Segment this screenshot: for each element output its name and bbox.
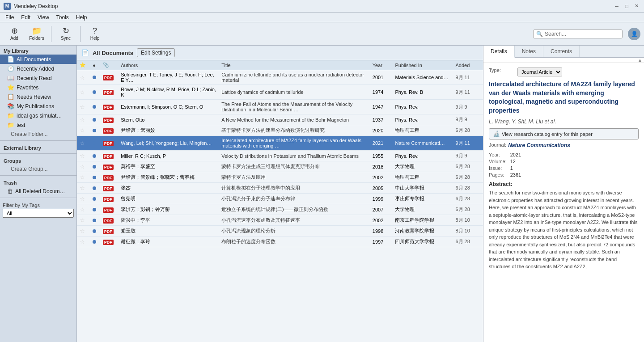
trash-header: Trash xyxy=(0,177,76,186)
cell-star[interactable]: ☆ xyxy=(77,114,90,125)
star-icon[interactable]: ☆ xyxy=(80,116,85,123)
cell-star[interactable]: ☆ xyxy=(77,236,90,247)
type-dropdown[interactable]: Journal Article xyxy=(517,68,562,76)
col-header-year[interactable]: Year xyxy=(370,60,393,70)
menu-tools[interactable]: Tools xyxy=(53,13,72,21)
maximize-button[interactable]: □ xyxy=(623,2,631,10)
sidebar-item-my-publications[interactable]: 📚 My Publications xyxy=(0,101,76,111)
cell-star[interactable]: ☆ xyxy=(77,204,90,215)
cell-star[interactable]: ☆ xyxy=(77,136,90,151)
col-header-star[interactable]: ⭐ xyxy=(77,60,90,70)
table-row[interactable]: ☆ PDF Schlesinger, T E; Toney, J E; Yoon… xyxy=(77,70,483,85)
table-row[interactable]: ☆ PDF Miller, R C; Kusch, P Velocity Dis… xyxy=(77,151,483,161)
folders-button[interactable]: 📁 Folders xyxy=(26,25,47,42)
menu-edit[interactable]: Edit xyxy=(17,13,34,21)
all-docs-icon-header: 📄 xyxy=(81,49,89,56)
cell-star[interactable]: ☆ xyxy=(77,226,90,236)
col-header-added[interactable]: Added xyxy=(453,60,483,70)
sync-button[interactable]: ↻ Sync xyxy=(55,25,76,42)
add-button[interactable]: ⊕ Add xyxy=(4,25,25,42)
cell-authors: Rowe, J M; Nicklow, R M; Price, D L; Zan… xyxy=(118,85,219,100)
cell-star[interactable]: ☆ xyxy=(77,161,90,172)
star-icon[interactable]: ☆ xyxy=(80,238,85,245)
cell-star[interactable]: ☆ xyxy=(77,125,90,136)
star-icon[interactable]: ☆ xyxy=(80,195,85,202)
cell-star[interactable]: ☆ xyxy=(77,151,90,161)
filter-label: Filter by My Tags xyxy=(3,202,74,209)
table-row[interactable]: ☆ PDF 李洪芳；彭钢；钟万蘅 近独立子系统的统计规律(二)——微正则分布函数… xyxy=(77,204,483,215)
help-button[interactable]: ? Help xyxy=(84,25,106,42)
search-input[interactable] xyxy=(545,31,616,37)
needs-review-icon: 📋 xyxy=(7,93,14,100)
cell-star[interactable]: ☆ xyxy=(77,183,90,194)
cell-read xyxy=(90,236,100,247)
sidebar-item-trash[interactable]: 🗑 All Deleted Docum… xyxy=(0,186,76,196)
tab-details[interactable]: Details xyxy=(483,46,515,58)
star-icon[interactable]: ☆ xyxy=(80,127,85,134)
toolbar: ⊕ Add 📁 Folders ↻ Sync ? Help 🔍 👤 xyxy=(0,22,644,46)
cell-year: 2018 xyxy=(370,161,393,172)
star-icon[interactable]: ☆ xyxy=(80,104,85,110)
star-icon[interactable]: ☆ xyxy=(80,89,85,96)
right-panel: Details Notes Contents ▲ Type: Journal A… xyxy=(483,46,644,342)
table-row[interactable]: ☆ PDF Rowe, J M; Nicklow, R M; Price, D … xyxy=(77,85,483,100)
cell-star[interactable]: ☆ xyxy=(77,85,90,100)
cell-star[interactable]: ☆ xyxy=(77,100,90,114)
star-icon[interactable]: ☆ xyxy=(80,217,85,224)
minimize-button[interactable]: ─ xyxy=(613,2,621,10)
cell-star[interactable]: ☆ xyxy=(77,70,90,85)
help-label: Help xyxy=(90,36,100,41)
table-row[interactable]: ☆ PDF 莫裕宇；李盛至 蒙特卡罗方法生成三维理想气体麦克斯韦分布 2018 … xyxy=(77,161,483,172)
star-icon[interactable]: ☆ xyxy=(80,174,85,181)
cell-star[interactable]: ☆ xyxy=(77,172,90,183)
catalog-button[interactable]: 🔬 View research catalog entry for this p… xyxy=(489,128,639,139)
star-icon[interactable]: ☆ xyxy=(80,74,85,81)
sidebar-item-ideal-gas[interactable]: 📁 ideal gas simulat… xyxy=(0,111,76,120)
sidebar-item-test[interactable]: 📁 test xyxy=(0,120,76,130)
col-header-attach[interactable]: 📎 xyxy=(100,60,119,70)
create-folder-link[interactable]: Create Folder... xyxy=(0,130,76,139)
menu-view[interactable]: View xyxy=(34,13,53,21)
table-row[interactable]: ☆ PDF 陆兴中；李平 小孔泻流速率分布函数及其特征速率 2002 南京工程学… xyxy=(77,215,483,226)
tab-contents[interactable]: Contents xyxy=(543,46,580,57)
table-row[interactable]: ☆ PDF 张杰 计算机模拟在分子物理教学中的应用 2005 中山大学学报 6月… xyxy=(77,183,483,194)
sidebar-item-favorites[interactable]: ⭐ Favorites xyxy=(0,83,76,92)
table-row[interactable]: ☆ PDF Wang, Lei; Shi, Yongpeng; Liu, Min… xyxy=(77,136,483,151)
star-icon[interactable]: ☆ xyxy=(80,206,85,213)
table-row[interactable]: ☆ PDF 尹增谦；武丽姣 基于蒙特卡罗方法的速率分布函数演化过程研究 2020… xyxy=(77,125,483,136)
sidebar-item-all-documents[interactable]: 📄 All Documents xyxy=(0,55,76,64)
cell-attach: PDF xyxy=(100,204,119,215)
read-indicator xyxy=(93,208,96,211)
col-header-read[interactable]: ● xyxy=(90,60,100,70)
col-header-authors[interactable]: Authors xyxy=(118,60,219,70)
star-icon[interactable]: ☆ xyxy=(80,152,85,159)
cell-star[interactable]: ☆ xyxy=(77,215,90,226)
col-header-journal[interactable]: Published In xyxy=(392,60,453,70)
menu-help[interactable]: Help xyxy=(72,13,91,21)
star-icon[interactable]: ☆ xyxy=(80,228,85,234)
col-header-title[interactable]: Title xyxy=(219,60,370,70)
cell-added: 9月 9 xyxy=(453,100,483,114)
sidebar-item-recently-read[interactable]: 📖 Recently Read xyxy=(0,73,76,83)
sidebar-item-recently-added[interactable]: 🕐 Recently Added xyxy=(0,64,76,73)
sidebar-item-needs-review[interactable]: 📋 Needs Review xyxy=(0,92,76,101)
cell-star[interactable]: ☆ xyxy=(77,194,90,204)
star-icon[interactable]: ☆ xyxy=(80,185,85,191)
table-row[interactable]: ☆ PDF 尹增谦；管景峰；张晓宏；曹春梅 蒙特卡罗方法及应用 2002 物理与… xyxy=(77,172,483,183)
window-controls: ─ □ ✕ xyxy=(613,2,640,10)
edit-settings-button[interactable]: Edit Settings xyxy=(137,48,175,57)
table-row[interactable]: ☆ PDF Stern, Otto A New Method for the M… xyxy=(77,114,483,125)
table-row[interactable]: ☆ PDF 曾宪明 小孔泻流分子束的分子速率分布律 1999 枣庄师专学报 6月… xyxy=(77,194,483,204)
star-icon[interactable]: ☆ xyxy=(80,163,85,170)
table-row[interactable]: ☆ PDF 党玉敬 小孔泻流现象的理论分析 1998 河南教育学院学报 8月 1… xyxy=(77,226,483,236)
close-button[interactable]: ✕ xyxy=(632,2,640,10)
menu-file[interactable]: File xyxy=(2,13,17,21)
filter-select[interactable]: All xyxy=(3,209,74,218)
user-avatar[interactable]: 👤 xyxy=(628,28,640,40)
table-row[interactable]: ☆ PDF 谢征微；李玲 布朗粒子的速度分布函数 1997 四川师范大学学报 6… xyxy=(77,236,483,247)
table-row[interactable]: ☆ PDF Estermann, I; Simpson, O C; Stern,… xyxy=(77,100,483,114)
star-icon[interactable]: ☆ xyxy=(80,140,85,147)
recently-read-icon: 📖 xyxy=(7,75,14,81)
tab-notes[interactable]: Notes xyxy=(515,46,543,57)
create-group-link[interactable]: Create Group... xyxy=(0,165,76,173)
